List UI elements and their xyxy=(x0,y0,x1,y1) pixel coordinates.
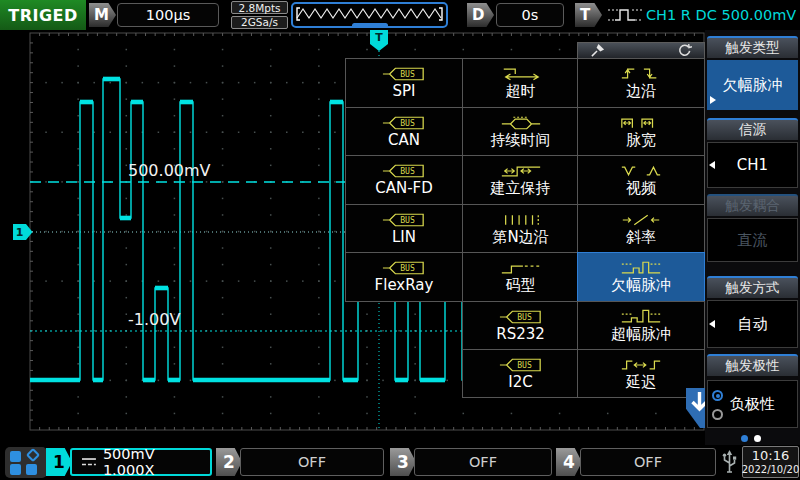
trigger-coupling-value: 直流 xyxy=(707,218,798,262)
svg-text:BUS: BUS xyxy=(400,118,415,128)
menu-item-edge[interactable]: 边沿 xyxy=(577,58,705,108)
runt-pulse-icon xyxy=(618,260,664,276)
setup-hold-icon xyxy=(498,163,544,179)
refresh-icon[interactable] xyxy=(677,43,692,58)
channel-status-bar: 1 500mV 1.000X 2 OFF 3 OFF 4 OFF 10:16 2… xyxy=(0,445,800,480)
bus-icon: BUS xyxy=(381,163,427,179)
lower-threshold-label: -1.00V xyxy=(128,310,180,329)
delay-badge: D xyxy=(467,3,494,27)
menu-item-slope[interactable]: 斜率 xyxy=(577,204,705,253)
trigger-badge: T xyxy=(575,3,602,27)
delay-icon xyxy=(618,357,664,373)
datetime-display: 10:16 2022/10/20 xyxy=(742,446,799,478)
menu-item-i2c[interactable]: BUS I2C xyxy=(462,349,579,398)
svg-text:BUS: BUS xyxy=(400,263,415,273)
video-icon xyxy=(618,163,664,179)
trigger-polarity-value[interactable]: 负极性 xyxy=(707,380,798,428)
page-dot-inactive xyxy=(754,435,761,442)
slope-icon xyxy=(618,212,664,228)
channel3-badge[interactable]: 3 xyxy=(390,448,416,476)
date-value: 2022/10/20 xyxy=(742,464,800,476)
menu-item-can-fd[interactable]: BUS CAN-FD xyxy=(345,155,463,205)
channel4-settings[interactable]: OFF xyxy=(580,448,716,476)
svg-text:BUS: BUS xyxy=(400,69,415,79)
channel1-badge[interactable]: 1 xyxy=(46,448,72,476)
bus-icon: BUS xyxy=(381,66,427,82)
expand-arrow-icon xyxy=(709,161,715,169)
upper-threshold-label: 500.00mV xyxy=(128,161,211,180)
section-source-header: 信源 xyxy=(707,118,798,140)
menu-item-setup-hold[interactable]: 建立保持 xyxy=(462,155,579,205)
horizontal-badge: M xyxy=(89,3,116,27)
section-polarity-header: 触发极性 xyxy=(707,354,798,376)
page-dot-active xyxy=(741,435,748,442)
channel2-settings[interactable]: OFF xyxy=(240,448,384,476)
svg-text:1: 1 xyxy=(16,226,24,239)
menu-item-rs232[interactable]: BUS RS232 xyxy=(462,301,579,350)
duration-icon xyxy=(498,115,544,131)
radio-selected-icon[interactable] xyxy=(712,390,723,401)
bus-icon: BUS xyxy=(498,357,544,373)
menu-header xyxy=(577,42,705,59)
home-menu-button[interactable] xyxy=(5,447,47,478)
pulse-width-icon xyxy=(618,115,664,131)
trigger-type-menu: BUS SPI BUS CAN BUS CAN-FD BUS LIN BUS F… xyxy=(345,42,705,398)
oscilloscope-ui: 500.00mV -1.00V T 1 TRIGED M 100μs 2.8Mp… xyxy=(0,0,800,480)
bus-icon: BUS xyxy=(498,309,544,325)
sample-rate: 2GSa/s xyxy=(231,16,288,29)
delay-value[interactable]: 0s xyxy=(496,3,564,27)
menu-item-can[interactable]: BUS CAN xyxy=(345,107,463,156)
window-pulse-icon xyxy=(618,309,664,325)
trigger-settings-readout[interactable]: CH1 R DC 500.00mV xyxy=(646,3,796,27)
menu-item-delay[interactable]: 延迟 xyxy=(577,349,705,398)
waveform-preview-strip[interactable] xyxy=(291,2,448,28)
submenu-arrow-icon xyxy=(710,96,716,104)
channel3-settings[interactable]: OFF xyxy=(414,448,552,476)
menu-item-nth-edge[interactable]: 第N边沿 xyxy=(462,204,579,253)
bus-icon: BUS xyxy=(381,115,427,131)
menu-item-duration[interactable]: 持续时间 xyxy=(462,107,579,156)
top-status-bar: TRIGED M 100μs 2.8Mpts 2GSa/s D 0s T CH1… xyxy=(0,0,800,30)
menu-diamond-icon xyxy=(26,448,40,462)
menu-item-pulse-width[interactable]: 脉宽 xyxy=(577,107,705,156)
menu-grid-icon xyxy=(10,464,21,475)
menu-item-timeout[interactable]: 超时 xyxy=(462,58,579,108)
section-trigger-type-header: 触发类型 xyxy=(707,36,798,58)
channel2-badge[interactable]: 2 xyxy=(216,448,242,476)
usb-icon xyxy=(721,449,738,476)
menu-item-runt[interactable]: 欠幅脉冲 xyxy=(577,252,705,302)
edge-icon xyxy=(618,66,664,82)
pin-icon[interactable] xyxy=(590,43,605,58)
channel4-badge[interactable]: 4 xyxy=(556,448,582,476)
trigger-type-value[interactable]: 欠幅脉冲 xyxy=(707,60,798,110)
preview-window-indicator xyxy=(352,23,388,28)
menu-item-window[interactable]: 超幅脉冲 xyxy=(577,301,705,350)
section-trigger-mode-header: 触发方式 xyxy=(707,276,798,298)
bus-icon: BUS xyxy=(381,260,427,276)
timebase-value[interactable]: 100μs xyxy=(117,3,219,27)
channel1-settings[interactable]: 500mV 1.000X xyxy=(70,448,212,476)
svg-text:BUS: BUS xyxy=(517,312,532,322)
time-value: 10:16 xyxy=(752,449,789,464)
runt-trigger-icon xyxy=(607,7,643,23)
bus-icon: BUS xyxy=(381,212,427,228)
memory-depth: 2.8Mpts xyxy=(231,1,288,14)
menu-item-pattern[interactable]: 码型 xyxy=(462,252,579,302)
expand-arrow-icon xyxy=(709,320,715,328)
menu-grid-icon xyxy=(26,464,37,475)
radio-unselected-icon[interactable] xyxy=(712,409,723,420)
trigger-settings-sidebar: 触发类型 欠幅脉冲 信源 CH1 触发耦合 直流 触发方式 自动 触发极性 负极… xyxy=(705,30,800,445)
menu-item-flexray[interactable]: BUS FlexRay xyxy=(345,252,463,302)
dc-coupling-icon xyxy=(80,455,98,469)
menu-item-video[interactable]: 视频 xyxy=(577,155,705,205)
svg-text:BUS: BUS xyxy=(400,166,415,176)
trigger-mode-value[interactable]: 自动 xyxy=(707,300,798,348)
trigger-source-value[interactable]: CH1 xyxy=(707,142,798,188)
menu-item-lin[interactable]: BUS LIN xyxy=(345,204,463,253)
svg-text:BUS: BUS xyxy=(400,215,415,225)
pattern-icon xyxy=(498,260,544,276)
nth-edge-icon xyxy=(498,212,544,228)
timeout-icon xyxy=(498,66,544,82)
section-coupling-header: 触发耦合 xyxy=(707,194,798,216)
menu-item-spi[interactable]: BUS SPI xyxy=(345,58,463,108)
